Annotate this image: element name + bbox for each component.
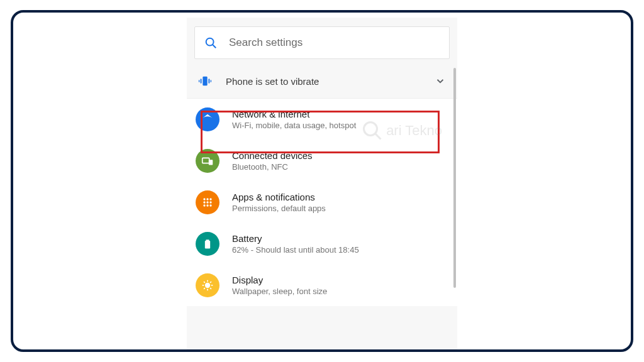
- battery-icon: [196, 232, 219, 256]
- setting-item-battery[interactable]: Battery 62% - Should last until about 18…: [187, 223, 457, 265]
- devices-icon: [196, 149, 219, 173]
- setting-item-connected-devices[interactable]: Connected devices Bluetooth, NFC: [187, 140, 457, 182]
- svg-point-12: [203, 201, 205, 203]
- item-title: Battery: [232, 233, 359, 244]
- svg-rect-8: [209, 160, 213, 165]
- item-subtitle: Wi-Fi, mobile, data usage, hotspot: [232, 121, 356, 130]
- item-title: Network & internet: [232, 109, 356, 119]
- chevron-down-icon[interactable]: [435, 75, 446, 87]
- svg-rect-18: [206, 239, 209, 241]
- svg-rect-4: [209, 79, 210, 83]
- svg-rect-19: [205, 241, 210, 249]
- svg-line-28: [210, 282, 211, 283]
- vibrate-status-row[interactable]: Phone is set to vibrate: [187, 64, 457, 98]
- svg-point-15: [203, 204, 205, 206]
- svg-point-13: [206, 201, 208, 203]
- svg-point-9: [203, 198, 205, 200]
- svg-point-17: [209, 204, 211, 206]
- scrollbar[interactable]: [453, 68, 456, 288]
- svg-point-14: [209, 201, 211, 203]
- item-subtitle: Wallpaper, sleep, font size: [232, 287, 327, 296]
- apps-icon: [196, 190, 219, 214]
- svg-point-11: [209, 198, 211, 200]
- svg-line-27: [204, 288, 205, 289]
- item-title: Display: [232, 275, 327, 285]
- setting-item-apps[interactable]: Apps & notifications Permissions, defaul…: [187, 182, 457, 223]
- svg-line-26: [210, 288, 211, 289]
- wifi-icon: [196, 107, 219, 131]
- search-icon: [204, 36, 218, 50]
- svg-point-10: [206, 198, 208, 200]
- svg-point-16: [206, 204, 208, 206]
- svg-line-1: [213, 45, 216, 48]
- item-subtitle: Permissions, default apps: [232, 204, 326, 213]
- svg-rect-5: [199, 80, 199, 82]
- settings-screen: Search settings Phone is set to vibrate: [187, 18, 457, 352]
- svg-rect-3: [201, 79, 202, 83]
- search-placeholder: Search settings: [229, 36, 303, 49]
- outer-frame: Search settings Phone is set to vibrate: [11, 10, 633, 352]
- setting-item-network[interactable]: Network & internet Wi-Fi, mobile, data u…: [187, 99, 457, 140]
- svg-line-25: [204, 282, 205, 283]
- svg-point-0: [206, 38, 214, 46]
- vibrate-status-text: Phone is set to vibrate: [226, 76, 435, 87]
- svg-rect-2: [203, 77, 207, 86]
- search-bar[interactable]: Search settings: [194, 26, 450, 59]
- item-title: Connected devices: [232, 150, 313, 161]
- display-icon: [196, 273, 219, 297]
- vibrate-icon: [198, 74, 212, 88]
- item-title: Apps & notifications: [232, 192, 326, 202]
- item-subtitle: Bluetooth, NFC: [232, 162, 313, 172]
- svg-rect-7: [203, 158, 209, 163]
- item-subtitle: 62% - Should last until about 18:45: [232, 245, 359, 255]
- setting-item-display[interactable]: Display Wallpaper, sleep, font size: [187, 265, 457, 306]
- svg-rect-6: [211, 80, 211, 82]
- svg-point-20: [205, 283, 210, 288]
- settings-list: Network & internet Wi-Fi, mobile, data u…: [187, 98, 457, 306]
